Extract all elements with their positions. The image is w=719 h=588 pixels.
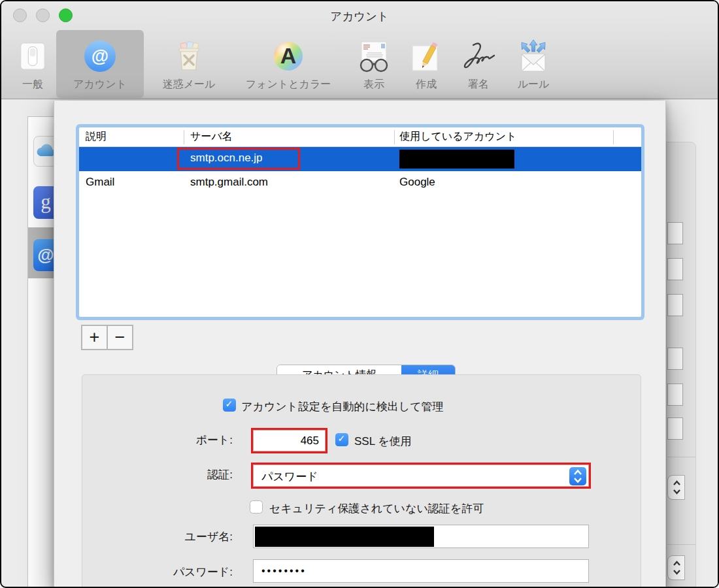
toolbar-label: ルール [518, 78, 550, 91]
glasses-envelope-icon [356, 37, 392, 75]
toolbar-label: 一般 [22, 78, 43, 91]
account-cell: Google [399, 176, 435, 189]
column-header-server[interactable]: サーバ名 [190, 130, 233, 144]
svg-text:A: A [280, 43, 297, 68]
username-label: ユーザ名: [109, 529, 233, 544]
field-fragment [667, 348, 683, 370]
server-name: smtp.ocn.ne.jp [190, 152, 298, 165]
svg-text:@: @ [92, 46, 109, 66]
icloud-account-icon[interactable] [33, 136, 54, 167]
server-cell: smtp.gmail.com [190, 176, 268, 189]
table-row-ocn[interactable]: smtp.ocn.ne.jp [79, 147, 641, 171]
auto-manage-checkbox[interactable] [223, 399, 236, 412]
smtp-server-table: 説明 サーバ名 使用しているアカウント smtp.ocn.ne.jp Gmail… [79, 127, 641, 317]
field-fragment [667, 294, 683, 316]
redacted-account [399, 150, 514, 169]
signature-icon [460, 37, 497, 75]
auth-label: 認証: [109, 467, 233, 482]
switch-icon [18, 37, 48, 75]
toolbar-item-composing[interactable]: 作成 [405, 30, 447, 98]
divider [667, 457, 696, 457]
junk-bin-icon [173, 37, 205, 75]
toolbar-item-accounts[interactable]: @ アカウント [56, 30, 144, 98]
annotation-box-port [251, 428, 327, 453]
account-pane-fragment [666, 99, 719, 588]
google-account-icon[interactable]: g [33, 186, 54, 219]
insecure-auth-label: セキュリティ保護されていない認証を許可 [269, 501, 484, 516]
field-fragment [667, 222, 683, 244]
field-fragment [667, 417, 683, 440]
ssl-checkbox[interactable] [335, 433, 348, 446]
password-label: パスワード: [109, 564, 233, 580]
chevron-up-down-icon [569, 467, 586, 485]
redacted-username [255, 527, 434, 547]
toolbar-item-general[interactable]: 一般 [14, 30, 51, 98]
advanced-settings-box: アカウント設定を自動的に検出して管理 ポート: SSL を使用 認証: パスワー… [82, 374, 641, 588]
password-dots: •••••••• [254, 560, 588, 582]
ssl-label: SSL を使用 [354, 434, 412, 449]
toolbar-item-junk[interactable]: 迷惑メール [146, 30, 231, 98]
popup-fragment [667, 475, 685, 500]
pencil-icon [410, 37, 443, 75]
toolbar-label: 表示 [363, 78, 384, 91]
auto-manage-label: アカウント設定を自動的に検出して管理 [241, 399, 444, 414]
username-input[interactable] [253, 525, 589, 548]
at-circle-icon: @ [84, 37, 116, 75]
toolbar-label: フォントとカラー [246, 78, 331, 91]
toolbar-label: 迷惑メール [163, 78, 216, 91]
auth-popup-value: パスワード [261, 469, 318, 484]
preferences-toolbar: 一般 @ アカウント [1, 30, 557, 99]
popup-fragment [667, 555, 685, 580]
window-header: アカウント 一般 [1, 1, 718, 99]
color-a-icon: A [273, 37, 304, 75]
toolbar-label: 署名 [468, 78, 489, 91]
toolbar-label: アカウント [73, 78, 127, 91]
smtp-server-sheet: 説明 サーバ名 使用しているアカウント smtp.ocn.ne.jp Gmail… [54, 101, 666, 588]
toolbar-item-fonts-colors[interactable]: A フォントとカラー [234, 30, 343, 98]
column-divider[interactable] [394, 130, 395, 144]
column-divider[interactable] [613, 130, 614, 144]
column-divider[interactable] [184, 130, 184, 144]
mail-preferences-window: アカウント 一般 [0, 0, 719, 588]
toolbar-item-viewing[interactable]: 表示 [353, 30, 395, 98]
table-row-gmail[interactable]: Gmail smtp.gmail.com Google [79, 171, 641, 195]
accounts-sidebar-fragment: g @ [27, 116, 54, 588]
port-label: ポート: [109, 433, 233, 448]
smtp-table-focus-ring: 説明 サーバ名 使用しているアカウント smtp.ocn.ne.jp Gmail… [76, 124, 644, 320]
password-input[interactable]: •••••••• [253, 559, 589, 583]
list-edit-buttons: + − [81, 325, 133, 350]
window-title: アカウント [1, 8, 718, 24]
port-input[interactable] [253, 430, 326, 451]
remove-server-button[interactable]: − [107, 325, 133, 350]
add-server-button[interactable]: + [81, 325, 108, 350]
column-header-description[interactable]: 説明 [86, 130, 107, 144]
field-fragment [667, 258, 683, 280]
divider [667, 544, 696, 545]
insecure-auth-checkbox[interactable] [250, 500, 263, 514]
auth-popup[interactable]: パスワード [253, 465, 589, 487]
toolbar-label: 作成 [416, 78, 437, 91]
description-cell: Gmail [86, 176, 114, 189]
column-header-account[interactable]: 使用しているアカウント [399, 130, 516, 144]
annotation-box-server: smtp.ocn.ne.jp [177, 148, 300, 170]
toolbar-item-signatures[interactable]: 署名 [458, 30, 499, 98]
at-account-icon[interactable]: @ [33, 239, 54, 271]
rules-envelope-icon [515, 37, 552, 75]
annotation-box-auth: パスワード [251, 463, 591, 489]
toolbar-item-rules[interactable]: ルール [510, 30, 557, 98]
field-fragment [667, 384, 683, 406]
table-header: 説明 サーバ名 使用しているアカウント [79, 127, 641, 147]
